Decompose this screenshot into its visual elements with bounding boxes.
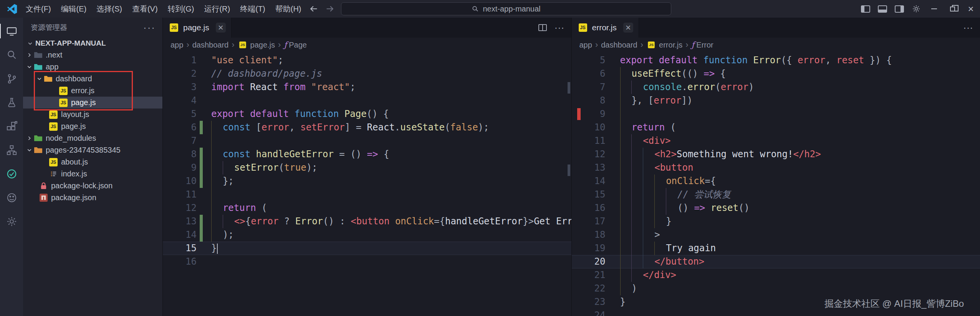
tree-item-layout.js[interactable]: JSlayout.js (23, 109, 162, 120)
breadcrumb-item[interactable]: dashboard (192, 41, 229, 49)
split-editor-icon[interactable] (538, 24, 547, 31)
code-line[interactable]: 19 Try again (572, 242, 980, 255)
breadcrumb-item[interactable]: JSerror.js (646, 40, 682, 49)
code-line[interactable]: 9 (572, 107, 980, 121)
gutter (609, 67, 612, 81)
folder-node-icon (33, 134, 43, 143)
todo-check-icon[interactable] (0, 162, 23, 186)
code-line[interactable]: 4 (163, 94, 571, 107)
tree-item-app[interactable]: app (23, 61, 162, 73)
more-actions-icon[interactable]: ··· (143, 22, 156, 34)
close-tab-icon[interactable]: × (216, 23, 226, 33)
command-center-search[interactable]: next-app-manual (341, 2, 671, 15)
extensions-icon[interactable] (0, 114, 23, 138)
testing-flask-icon[interactable] (0, 91, 23, 114)
code-line[interactable]: 8 const handleGetError = () => { (163, 148, 571, 161)
toggle-sidebar-icon[interactable] (857, 0, 874, 18)
code-line[interactable]: 13 <>{error ? Error() : <button onClick=… (163, 215, 571, 228)
tab-error.js[interactable]: JSerror.js× (572, 18, 639, 38)
tree-root-folder[interactable]: NEXT-APP-MANUAL (23, 38, 162, 49)
gutter (609, 255, 612, 268)
more-actions-icon[interactable]: ··· (555, 22, 564, 34)
tree-item-pages-234745385345[interactable]: pages-234745385345 (23, 144, 162, 156)
infrastructure-icon[interactable] (0, 138, 23, 162)
code-line[interactable]: 14 ); (163, 228, 571, 242)
tree-item-page.js[interactable]: JSpage.js (23, 97, 162, 109)
more-actions-icon[interactable]: ··· (963, 22, 973, 34)
menu-item[interactable]: 文件(F) (21, 0, 56, 18)
menu-item[interactable]: 编辑(E) (56, 0, 92, 18)
menu-item[interactable]: 转到(G) (163, 0, 199, 18)
code-line[interactable]: 3import React from "react"; (163, 81, 571, 94)
code-line[interactable]: 6 useEffect(() => { (572, 67, 980, 81)
code-line[interactable]: 16 () => reset() (572, 201, 980, 215)
code-line[interactable]: 1"use client"; (163, 54, 571, 67)
tree-item-page.js[interactable]: JSpage.js (23, 120, 162, 132)
code-line[interactable]: 7 console.error(error) (572, 81, 980, 94)
code-line[interactable]: 5export default function Error({ error, … (572, 54, 980, 67)
breadcrumb-item[interactable]: app (171, 41, 183, 49)
source-control-icon[interactable] (0, 67, 23, 91)
breadcrumb-item[interactable]: JSpage.js (238, 40, 275, 49)
code-line[interactable]: 2// dashboard/page.js (163, 67, 571, 81)
settings-gear-icon[interactable] (908, 0, 925, 18)
js-icon: JS (48, 158, 58, 167)
restore-icon[interactable] (943, 0, 962, 18)
tree-item-node_modules[interactable]: node_modules (23, 132, 162, 144)
breadcrumb-item[interactable]: ƒPage (284, 40, 307, 49)
code-line[interactable]: 15 // 尝试恢复 (572, 188, 980, 201)
code-line[interactable]: 5export default function Page() { (163, 107, 571, 121)
tree-item-.next[interactable]: .next (23, 49, 162, 61)
breadcrumb-item[interactable]: app (579, 41, 592, 49)
code-line[interactable]: 20 </button> (572, 255, 980, 268)
menu-item[interactable]: 选择(S) (91, 0, 127, 18)
code-line[interactable]: 21 </div> (572, 268, 980, 282)
code-line[interactable]: 12 <h2>Something went wrong!</h2> (572, 148, 980, 161)
remote-window-icon[interactable] (0, 19, 23, 43)
code-line[interactable]: 16 (163, 255, 571, 268)
manage-gear-icon[interactable] (0, 209, 23, 233)
code-line[interactable]: 22 ) (572, 282, 980, 295)
search-icon[interactable] (0, 43, 23, 67)
tree-item-about.js[interactable]: JSabout.js (23, 156, 162, 168)
code-line[interactable]: 8 }, [error]) (572, 94, 980, 107)
tree-item-package.json[interactable]: package.json (23, 192, 162, 204)
menu-item[interactable]: 帮助(H) (270, 0, 306, 18)
tab-page.js[interactable]: JSpage.js× (163, 18, 232, 38)
editor-pane-right: JSerror.js×··· app›dashboard›JSerror.js›… (571, 18, 980, 316)
menu-item[interactable]: 运行(R) (199, 0, 235, 18)
menu-item[interactable]: 查看(V) (127, 0, 163, 18)
nav-back-icon[interactable] (309, 4, 319, 14)
tree-item-dashboard[interactable]: dashboard (23, 73, 162, 85)
code-line[interactable]: 7 (163, 134, 571, 148)
code-line[interactable]: 10 return ( (572, 121, 980, 134)
close-icon[interactable]: × (962, 0, 980, 18)
code-line[interactable]: 11 (163, 188, 571, 201)
toggle-secondary-sidebar-icon[interactable] (891, 0, 908, 18)
code-line[interactable]: 12 return ( (163, 201, 571, 215)
code-editor[interactable]: 5export default function Error({ error, … (572, 52, 980, 316)
breadcrumb-item[interactable]: ƒError (692, 40, 713, 49)
code-line[interactable]: 6 const [error, setError] = React.useSta… (163, 121, 571, 134)
tree-item-package-lock.json[interactable]: package-lock.json (23, 180, 162, 192)
code-line[interactable]: 17 } (572, 215, 980, 228)
code-editor[interactable]: 1"use client";2// dashboard/page.js3impo… (163, 52, 571, 316)
code-line[interactable]: 10 }; (163, 174, 571, 188)
code-line[interactable]: 9 setError(true); (163, 161, 571, 174)
tree-item-index.js[interactable]: index.js (23, 168, 162, 180)
code-line[interactable]: 15} (163, 242, 571, 255)
close-tab-icon[interactable]: × (623, 23, 633, 33)
code-line[interactable]: 18 > (572, 228, 980, 242)
code-line[interactable]: 11 <div> (572, 134, 980, 148)
breadcrumb-item[interactable]: dashboard (601, 41, 637, 49)
tree-item-error.js[interactable]: JSerror.js (23, 85, 162, 97)
nav-forward-icon[interactable] (325, 4, 335, 14)
toggle-panel-icon[interactable] (874, 0, 891, 18)
code-line[interactable]: 14 onClick={ (572, 174, 980, 188)
feedback-smiley-icon[interactable] (0, 186, 23, 209)
gutter (609, 148, 612, 161)
menu-item[interactable]: 终端(T) (235, 0, 270, 18)
code-line[interactable]: 13 <button (572, 161, 980, 174)
minimize-icon[interactable] (925, 0, 943, 18)
line-number: 16 (163, 255, 197, 268)
